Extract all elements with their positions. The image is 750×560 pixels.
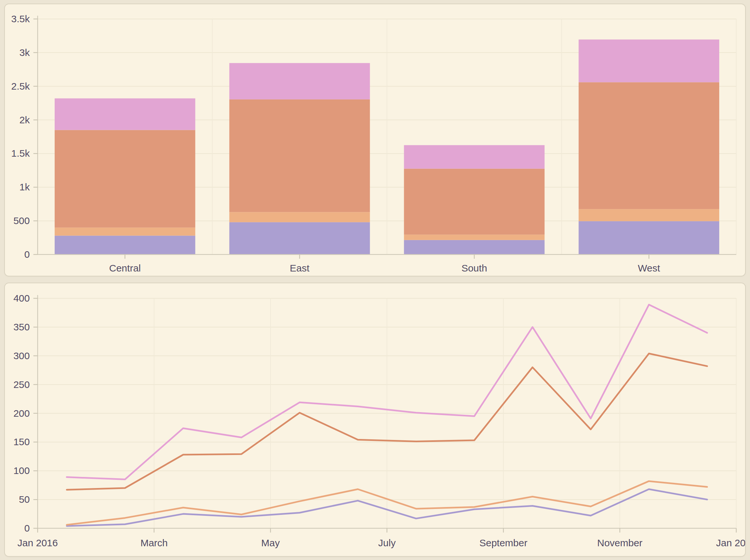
bar-chart-y-tick-label: 3.5k <box>11 14 30 24</box>
bar-chart-category-label: South <box>461 263 487 274</box>
bar-chart-y-tick-label: 1.5k <box>11 148 30 159</box>
line-chart[interactable]: 050100150200250300350400Jan 2016MarchMay… <box>5 283 745 556</box>
line-chart-y-tick-label: 150 <box>14 436 30 447</box>
bar-chart-category-label: Central <box>109 263 141 274</box>
stacked-bar-chart[interactable]: 05001k1.5k2k2.5k3k3.5kCentralEastSouthWe… <box>5 4 745 276</box>
line-chart-y-tick-label: 300 <box>14 350 30 361</box>
bar-segment-purple-series[interactable] <box>55 236 195 255</box>
bar-segment-orange-series[interactable] <box>404 169 545 235</box>
line-chart-y-tick-label: 350 <box>14 322 30 332</box>
bar-chart-y-tick-label: 2.5k <box>11 81 30 92</box>
stacked-bar-chart-panel: 05001k1.5k2k2.5k3k3.5kCentralEastSouthWe… <box>4 4 746 276</box>
bar-chart-y-tick-label: 1k <box>19 182 30 192</box>
line-chart-y-tick-label: 400 <box>14 293 30 303</box>
bar-segment-pink-series[interactable] <box>578 40 719 82</box>
line-chart-y-tick-label: 50 <box>19 494 30 505</box>
bar-segment-pink-series[interactable] <box>55 98 195 130</box>
line-chart-x-tick-label: March <box>140 537 167 548</box>
bar-segment-pink-series[interactable] <box>404 145 545 169</box>
line-chart-x-tick-label: July <box>378 537 396 548</box>
bar-chart-y-tick-label: 500 <box>14 215 30 226</box>
line-chart-x-tick-label: September <box>479 537 528 548</box>
line-chart-panel: 050100150200250300350400Jan 2016MarchMay… <box>4 283 746 557</box>
line-chart-x-tick-label: May <box>261 537 280 548</box>
line-chart-x-tick-label: November <box>597 537 642 548</box>
bar-segment-purple-series[interactable] <box>578 221 719 255</box>
bar-segment-light-orange-series[interactable] <box>404 235 545 240</box>
bar-segment-purple-series[interactable] <box>230 222 370 255</box>
bar-segment-light-orange-series[interactable] <box>578 209 719 221</box>
line-chart-x-tick-label: Jan 2016 <box>17 537 58 548</box>
bar-chart-y-tick-label: 3k <box>19 47 30 58</box>
bar-segment-purple-series[interactable] <box>404 240 545 255</box>
bar-segment-pink-series[interactable] <box>230 63 370 99</box>
bar-segment-orange-series[interactable] <box>230 99 370 212</box>
line-chart-y-tick-label: 250 <box>14 379 30 390</box>
bar-chart-y-tick-label: 0 <box>24 249 30 260</box>
bar-segment-light-orange-series[interactable] <box>55 228 195 236</box>
line-chart-y-tick-label: 200 <box>14 408 30 419</box>
bar-chart-category-label: West <box>638 263 660 274</box>
bar-chart-category-label: East <box>290 263 310 274</box>
bar-segment-orange-series[interactable] <box>578 82 719 209</box>
line-chart-x-tick-label: Jan 2017 <box>716 537 745 548</box>
bar-segment-orange-series[interactable] <box>55 130 195 227</box>
bar-chart-y-tick-label: 2k <box>19 115 30 125</box>
line-chart-y-tick-label: 0 <box>24 523 30 534</box>
bar-segment-light-orange-series[interactable] <box>230 212 370 222</box>
line-chart-y-tick-label: 100 <box>14 465 30 476</box>
